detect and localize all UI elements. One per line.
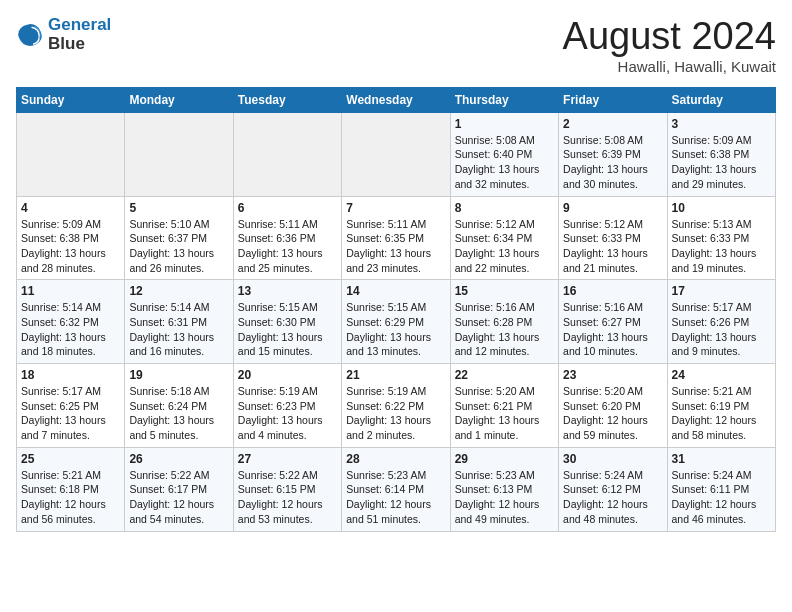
page-header: General Blue August 2024 Hawalli, Hawall… — [16, 16, 776, 75]
calendar-week-row: 4Sunrise: 5:09 AM Sunset: 6:38 PM Daylig… — [17, 196, 776, 280]
day-number: 15 — [455, 284, 554, 298]
calendar-day-cell: 25Sunrise: 5:21 AM Sunset: 6:18 PM Dayli… — [17, 447, 125, 531]
title-block: August 2024 Hawalli, Hawalli, Kuwait — [563, 16, 776, 75]
calendar-day-cell: 12Sunrise: 5:14 AM Sunset: 6:31 PM Dayli… — [125, 280, 233, 364]
calendar-day-cell: 10Sunrise: 5:13 AM Sunset: 6:33 PM Dayli… — [667, 196, 775, 280]
calendar-table: SundayMondayTuesdayWednesdayThursdayFrid… — [16, 87, 776, 532]
calendar-day-cell: 20Sunrise: 5:19 AM Sunset: 6:23 PM Dayli… — [233, 364, 341, 448]
day-number: 2 — [563, 117, 662, 131]
logo-text: General Blue — [48, 16, 111, 53]
day-info: Sunrise: 5:10 AM Sunset: 6:37 PM Dayligh… — [129, 217, 228, 276]
day-number: 7 — [346, 201, 445, 215]
day-info: Sunrise: 5:15 AM Sunset: 6:29 PM Dayligh… — [346, 300, 445, 359]
day-info: Sunrise: 5:11 AM Sunset: 6:36 PM Dayligh… — [238, 217, 337, 276]
weekday-header: Sunday — [17, 87, 125, 112]
calendar-day-cell: 9Sunrise: 5:12 AM Sunset: 6:33 PM Daylig… — [559, 196, 667, 280]
day-number: 17 — [672, 284, 771, 298]
calendar-day-cell: 14Sunrise: 5:15 AM Sunset: 6:29 PM Dayli… — [342, 280, 450, 364]
day-info: Sunrise: 5:12 AM Sunset: 6:33 PM Dayligh… — [563, 217, 662, 276]
day-info: Sunrise: 5:17 AM Sunset: 6:26 PM Dayligh… — [672, 300, 771, 359]
day-number: 18 — [21, 368, 120, 382]
day-number: 16 — [563, 284, 662, 298]
day-info: Sunrise: 5:20 AM Sunset: 6:20 PM Dayligh… — [563, 384, 662, 443]
day-info: Sunrise: 5:23 AM Sunset: 6:14 PM Dayligh… — [346, 468, 445, 527]
weekday-header: Tuesday — [233, 87, 341, 112]
day-number: 30 — [563, 452, 662, 466]
page-subtitle: Hawalli, Hawalli, Kuwait — [563, 58, 776, 75]
calendar-day-cell: 7Sunrise: 5:11 AM Sunset: 6:35 PM Daylig… — [342, 196, 450, 280]
day-info: Sunrise: 5:22 AM Sunset: 6:17 PM Dayligh… — [129, 468, 228, 527]
day-info: Sunrise: 5:20 AM Sunset: 6:21 PM Dayligh… — [455, 384, 554, 443]
day-number: 4 — [21, 201, 120, 215]
day-info: Sunrise: 5:21 AM Sunset: 6:18 PM Dayligh… — [21, 468, 120, 527]
day-info: Sunrise: 5:22 AM Sunset: 6:15 PM Dayligh… — [238, 468, 337, 527]
calendar-day-cell: 26Sunrise: 5:22 AM Sunset: 6:17 PM Dayli… — [125, 447, 233, 531]
day-info: Sunrise: 5:19 AM Sunset: 6:22 PM Dayligh… — [346, 384, 445, 443]
page-title: August 2024 — [563, 16, 776, 58]
day-number: 19 — [129, 368, 228, 382]
calendar-day-cell — [125, 112, 233, 196]
day-info: Sunrise: 5:16 AM Sunset: 6:27 PM Dayligh… — [563, 300, 662, 359]
day-info: Sunrise: 5:23 AM Sunset: 6:13 PM Dayligh… — [455, 468, 554, 527]
calendar-day-cell — [233, 112, 341, 196]
calendar-header-row: SundayMondayTuesdayWednesdayThursdayFrid… — [17, 87, 776, 112]
weekday-header: Friday — [559, 87, 667, 112]
day-info: Sunrise: 5:13 AM Sunset: 6:33 PM Dayligh… — [672, 217, 771, 276]
calendar-day-cell: 27Sunrise: 5:22 AM Sunset: 6:15 PM Dayli… — [233, 447, 341, 531]
day-info: Sunrise: 5:14 AM Sunset: 6:31 PM Dayligh… — [129, 300, 228, 359]
day-info: Sunrise: 5:09 AM Sunset: 6:38 PM Dayligh… — [21, 217, 120, 276]
calendar-day-cell: 22Sunrise: 5:20 AM Sunset: 6:21 PM Dayli… — [450, 364, 558, 448]
day-number: 22 — [455, 368, 554, 382]
day-info: Sunrise: 5:21 AM Sunset: 6:19 PM Dayligh… — [672, 384, 771, 443]
weekday-header: Saturday — [667, 87, 775, 112]
calendar-week-row: 1Sunrise: 5:08 AM Sunset: 6:40 PM Daylig… — [17, 112, 776, 196]
day-info: Sunrise: 5:08 AM Sunset: 6:40 PM Dayligh… — [455, 133, 554, 192]
day-number: 13 — [238, 284, 337, 298]
calendar-day-cell: 2Sunrise: 5:08 AM Sunset: 6:39 PM Daylig… — [559, 112, 667, 196]
calendar-week-row: 11Sunrise: 5:14 AM Sunset: 6:32 PM Dayli… — [17, 280, 776, 364]
day-info: Sunrise: 5:11 AM Sunset: 6:35 PM Dayligh… — [346, 217, 445, 276]
calendar-day-cell: 15Sunrise: 5:16 AM Sunset: 6:28 PM Dayli… — [450, 280, 558, 364]
day-number: 10 — [672, 201, 771, 215]
day-info: Sunrise: 5:14 AM Sunset: 6:32 PM Dayligh… — [21, 300, 120, 359]
calendar-day-cell: 30Sunrise: 5:24 AM Sunset: 6:12 PM Dayli… — [559, 447, 667, 531]
calendar-day-cell: 18Sunrise: 5:17 AM Sunset: 6:25 PM Dayli… — [17, 364, 125, 448]
day-number: 28 — [346, 452, 445, 466]
day-number: 14 — [346, 284, 445, 298]
day-number: 23 — [563, 368, 662, 382]
day-number: 12 — [129, 284, 228, 298]
calendar-day-cell: 13Sunrise: 5:15 AM Sunset: 6:30 PM Dayli… — [233, 280, 341, 364]
day-info: Sunrise: 5:09 AM Sunset: 6:38 PM Dayligh… — [672, 133, 771, 192]
day-info: Sunrise: 5:16 AM Sunset: 6:28 PM Dayligh… — [455, 300, 554, 359]
day-number: 9 — [563, 201, 662, 215]
day-number: 20 — [238, 368, 337, 382]
day-number: 3 — [672, 117, 771, 131]
calendar-day-cell: 1Sunrise: 5:08 AM Sunset: 6:40 PM Daylig… — [450, 112, 558, 196]
calendar-day-cell: 6Sunrise: 5:11 AM Sunset: 6:36 PM Daylig… — [233, 196, 341, 280]
calendar-day-cell: 17Sunrise: 5:17 AM Sunset: 6:26 PM Dayli… — [667, 280, 775, 364]
weekday-header: Monday — [125, 87, 233, 112]
calendar-week-row: 25Sunrise: 5:21 AM Sunset: 6:18 PM Dayli… — [17, 447, 776, 531]
calendar-day-cell: 23Sunrise: 5:20 AM Sunset: 6:20 PM Dayli… — [559, 364, 667, 448]
day-info: Sunrise: 5:24 AM Sunset: 6:12 PM Dayligh… — [563, 468, 662, 527]
calendar-day-cell: 21Sunrise: 5:19 AM Sunset: 6:22 PM Dayli… — [342, 364, 450, 448]
day-number: 24 — [672, 368, 771, 382]
calendar-day-cell: 19Sunrise: 5:18 AM Sunset: 6:24 PM Dayli… — [125, 364, 233, 448]
day-number: 8 — [455, 201, 554, 215]
weekday-header: Wednesday — [342, 87, 450, 112]
day-number: 25 — [21, 452, 120, 466]
day-number: 27 — [238, 452, 337, 466]
calendar-day-cell: 4Sunrise: 5:09 AM Sunset: 6:38 PM Daylig… — [17, 196, 125, 280]
calendar-day-cell: 31Sunrise: 5:24 AM Sunset: 6:11 PM Dayli… — [667, 447, 775, 531]
calendar-day-cell: 11Sunrise: 5:14 AM Sunset: 6:32 PM Dayli… — [17, 280, 125, 364]
day-info: Sunrise: 5:19 AM Sunset: 6:23 PM Dayligh… — [238, 384, 337, 443]
day-info: Sunrise: 5:12 AM Sunset: 6:34 PM Dayligh… — [455, 217, 554, 276]
day-info: Sunrise: 5:24 AM Sunset: 6:11 PM Dayligh… — [672, 468, 771, 527]
logo: General Blue — [16, 16, 111, 53]
day-info: Sunrise: 5:08 AM Sunset: 6:39 PM Dayligh… — [563, 133, 662, 192]
calendar-day-cell: 28Sunrise: 5:23 AM Sunset: 6:14 PM Dayli… — [342, 447, 450, 531]
day-number: 26 — [129, 452, 228, 466]
day-number: 6 — [238, 201, 337, 215]
calendar-day-cell: 16Sunrise: 5:16 AM Sunset: 6:27 PM Dayli… — [559, 280, 667, 364]
calendar-day-cell: 29Sunrise: 5:23 AM Sunset: 6:13 PM Dayli… — [450, 447, 558, 531]
